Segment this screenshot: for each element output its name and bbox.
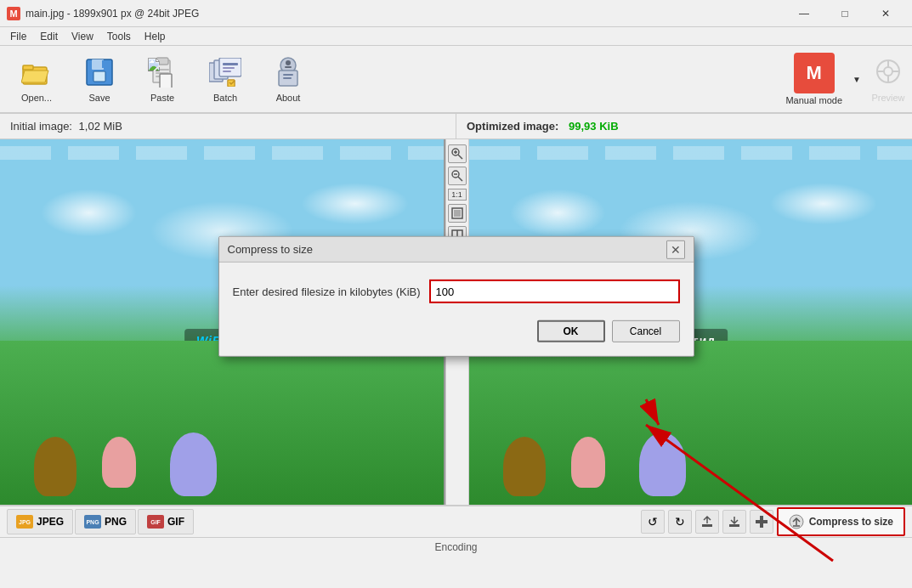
compress-dialog: Compress to size ✕ Enter desired filesiz… (218, 236, 694, 357)
dialog-cancel-button[interactable]: Cancel (612, 320, 680, 342)
svg-line-49 (646, 425, 833, 561)
dialog-title: Compress to size (228, 243, 666, 256)
dialog-ok-button[interactable]: OK (537, 320, 605, 342)
dialog-body: Enter desired filesize in kilobytes (KiB… (219, 263, 694, 356)
filesize-input[interactable] (429, 280, 680, 303)
dialog-input-row: Enter desired filesize in kilobytes (KiB… (233, 280, 680, 303)
dialog-title-bar: Compress to size ✕ (219, 237, 694, 263)
dialog-close-button[interactable]: ✕ (666, 240, 685, 258)
dialog-overlay: Compress to size ✕ Enter desired filesiz… (0, 0, 912, 588)
dialog-buttons: OK Cancel (233, 320, 680, 342)
svg-line-50 (646, 399, 659, 425)
dialog-input-label: Enter desired filesize in kilobytes (KiB… (233, 285, 421, 297)
